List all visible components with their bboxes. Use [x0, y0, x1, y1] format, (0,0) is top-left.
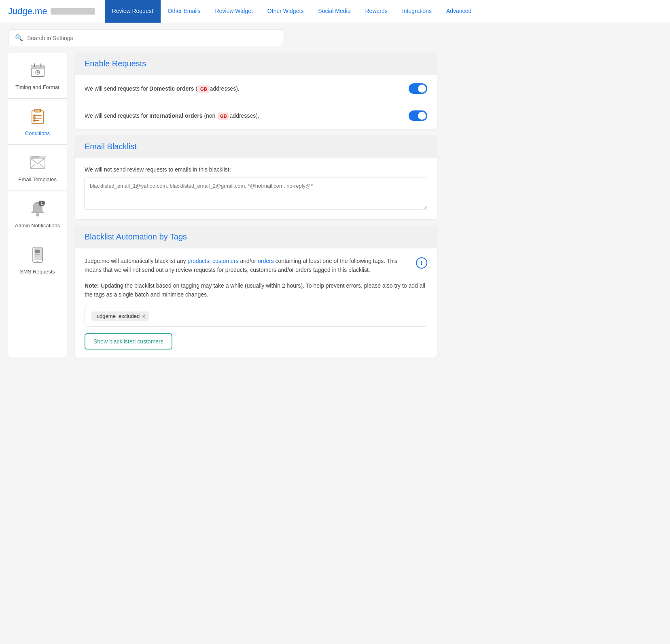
logo-bar: [51, 8, 95, 15]
sidebar-item-label: Email Templates: [18, 176, 57, 183]
nav-tab-rewards[interactable]: Rewards: [358, 0, 395, 23]
info-icon: !: [416, 257, 427, 269]
blacklist-automation-body: Judge.me will automatically blacklist an…: [75, 248, 437, 358]
sidebar-item-label: Admin Notifications: [15, 222, 60, 229]
nav-tab-other-widgets[interactable]: Other Widgets: [260, 0, 311, 23]
enable-requests-body: We will send requests for Domestic order…: [75, 75, 437, 129]
content-area: Enable Requests We will send requests fo…: [75, 53, 437, 358]
svg-rect-1: [31, 65, 44, 69]
email-blacklist-header: Email Blacklist: [75, 136, 437, 158]
international-text: We will send requests for International …: [85, 112, 259, 120]
domestic-country-badge: GB: [198, 85, 209, 93]
sidebar-item-label: SMS Requests: [20, 269, 55, 275]
nav-tab-review-request[interactable]: Review Request: [105, 0, 161, 23]
blacklist-description: We will not send review requests to emai…: [85, 166, 427, 173]
nav-tab-social-media[interactable]: Social Media: [311, 0, 358, 23]
email-blacklist-card: Email Blacklist We will not send review …: [75, 136, 437, 219]
enable-requests-card: Enable Requests We will send requests fo…: [75, 53, 437, 129]
note-text: Note: Updating the blacklist based on ta…: [85, 281, 427, 299]
email-blacklist-title: Email Blacklist: [85, 142, 427, 151]
enable-requests-header: Enable Requests: [75, 53, 437, 75]
domestic-toggle[interactable]: [409, 83, 427, 94]
show-blacklisted-customers-button[interactable]: Show blacklisted customers: [85, 333, 172, 350]
sidebar-item-label: Conditions: [25, 130, 50, 137]
clipboard-icon: [27, 106, 48, 127]
svg-point-27: [37, 261, 38, 263]
international-row: We will send requests for International …: [75, 102, 437, 129]
search-icon: 🔍: [15, 34, 23, 42]
sidebar-item-sms-requests[interactable]: SMS Requests: [8, 237, 67, 283]
sidebar-item-conditions[interactable]: Conditions: [8, 99, 67, 145]
international-toggle[interactable]: [409, 110, 427, 121]
international-country-badge: GB: [218, 112, 229, 120]
domestic-row: We will send requests for Domestic order…: [75, 75, 437, 102]
link-products[interactable]: products: [187, 258, 209, 264]
blacklist-automation-header: Blacklist Automation by Tags: [75, 226, 437, 248]
svg-rect-9: [35, 109, 40, 112]
domestic-text: We will send requests for Domestic order…: [85, 85, 240, 93]
nav-tabs: Review Request Other Emails Review Widge…: [105, 0, 479, 23]
bell-icon: 1: [27, 198, 48, 219]
nav-tab-advanced[interactable]: Advanced: [439, 0, 479, 23]
sidebar-item-email-templates[interactable]: Email Templates: [8, 145, 67, 191]
calendar-icon: [27, 60, 48, 81]
svg-line-18: [40, 164, 45, 169]
sidebar-item-timing-and-format[interactable]: Timing and Format: [8, 53, 67, 99]
svg-rect-28: [35, 250, 40, 253]
sidebar-item-label: Timing and Format: [15, 84, 59, 91]
svg-point-22: [36, 213, 39, 216]
sidebar: Timing and Format Conditions: [8, 53, 67, 358]
nav-tab-review-widget[interactable]: Review Widget: [208, 0, 260, 23]
nav-tab-integrations[interactable]: Integrations: [395, 0, 439, 23]
svg-rect-19: [30, 156, 46, 158]
tag-close-icon[interactable]: ×: [142, 314, 145, 319]
header: Judge.me Review Request Other Emails Rev…: [0, 0, 670, 23]
search-input[interactable]: [27, 35, 276, 41]
link-customers[interactable]: customers: [212, 258, 239, 264]
email-icon: [27, 152, 48, 173]
logo: Judge.me: [8, 6, 95, 17]
tag-label: judgeme_excluded: [95, 313, 140, 319]
email-blacklist-body: We will not send review requests to emai…: [75, 158, 437, 219]
blacklist-automation-card: Blacklist Automation by Tags Judge.me wi…: [75, 226, 437, 358]
main-layout: Timing and Format Conditions: [0, 53, 445, 370]
svg-line-17: [30, 164, 35, 169]
sms-icon: [27, 244, 48, 265]
nav-tab-other-emails[interactable]: Other Emails: [161, 0, 208, 23]
blacklist-textarea[interactable]: [85, 178, 427, 210]
tag-input-area[interactable]: judgeme_excluded ×: [85, 306, 427, 327]
search-box: 🔍: [8, 30, 283, 46]
automation-description: Judge.me will automatically blacklist an…: [85, 256, 411, 275]
link-orders[interactable]: orders: [258, 258, 274, 264]
tag-judgeme-excluded: judgeme_excluded ×: [91, 311, 149, 321]
sidebar-item-admin-notifications[interactable]: 1 Admin Notifications: [8, 191, 67, 237]
logo-text: Judge.me: [8, 6, 47, 17]
enable-requests-title: Enable Requests: [85, 59, 427, 68]
search-container: 🔍: [0, 23, 670, 53]
svg-text:1: 1: [40, 201, 42, 205]
blacklist-automation-title: Blacklist Automation by Tags: [85, 232, 427, 241]
